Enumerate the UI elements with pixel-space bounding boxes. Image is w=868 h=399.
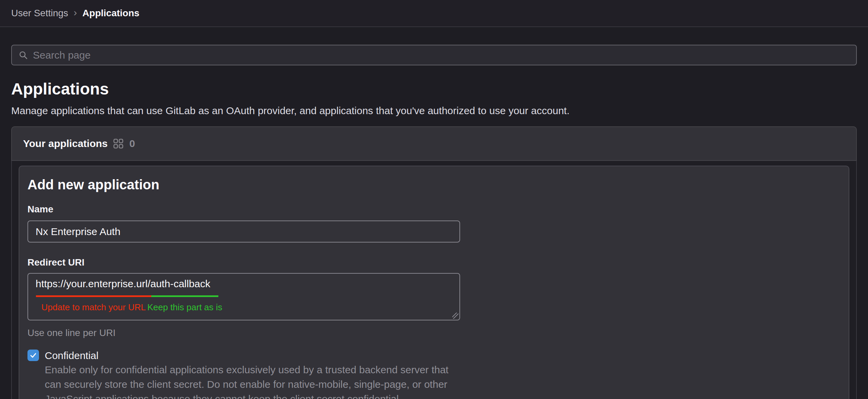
annotation-update-url: Update to match your URL — [41, 302, 146, 313]
redirect-uri-help: Use one line per URI — [27, 327, 841, 339]
redirect-uri-value: https://your.enterprise.url/auth-callbac… — [36, 278, 210, 290]
search-box[interactable] — [11, 45, 857, 65]
green-underline-annotation — [151, 295, 218, 297]
breadcrumb: User Settings › Applications — [11, 7, 139, 19]
applications-grid-icon — [113, 138, 124, 149]
application-name-input[interactable] — [27, 220, 460, 243]
add-application-title: Add new application — [27, 176, 841, 193]
confidential-checkbox[interactable] — [27, 350, 39, 361]
your-applications-body: Add new application Name Redirect URI ht… — [11, 161, 857, 399]
search-input[interactable] — [33, 49, 849, 61]
confidential-row: Confidential — [27, 350, 841, 362]
breadcrumb-separator-icon: › — [74, 7, 77, 19]
add-application-card: Add new application Name Redirect URI ht… — [19, 166, 849, 399]
confidential-description-line: can securely store the client secret. Do… — [45, 377, 841, 392]
confidential-description-line: JavaScript applications because they can… — [45, 392, 841, 399]
applications-count-badge: 0 — [129, 138, 135, 149]
redirect-uri-label: Redirect URI — [27, 257, 841, 268]
red-underline-annotation — [36, 295, 151, 297]
page-title: Applications — [11, 80, 857, 98]
confidential-label[interactable]: Confidential — [45, 350, 98, 362]
name-label: Name — [27, 204, 841, 215]
your-applications-title: Your applications — [23, 138, 107, 149]
confidential-description-line: Enable only for confidential application… — [45, 362, 841, 377]
page-content: Applications Manage applications that ca… — [0, 45, 868, 399]
search-icon — [19, 50, 28, 60]
checkmark-icon — [29, 352, 37, 359]
annotation-keep-part: Keep this part as is — [147, 302, 222, 313]
confidential-description: Enable only for confidential application… — [45, 362, 841, 399]
your-applications-section: Your applications 0 Add new application … — [11, 126, 857, 399]
textarea-resize-handle[interactable] — [452, 313, 458, 319]
breadcrumb-user-settings[interactable]: User Settings — [11, 8, 68, 19]
breadcrumb-applications: Applications — [82, 8, 139, 19]
page-description: Manage applications that can use GitLab … — [11, 105, 857, 117]
your-applications-header: Your applications 0 — [11, 126, 857, 161]
redirect-uri-textarea[interactable]: https://your.enterprise.url/auth-callbac… — [27, 273, 460, 320]
top-bar: User Settings › Applications — [0, 0, 868, 27]
